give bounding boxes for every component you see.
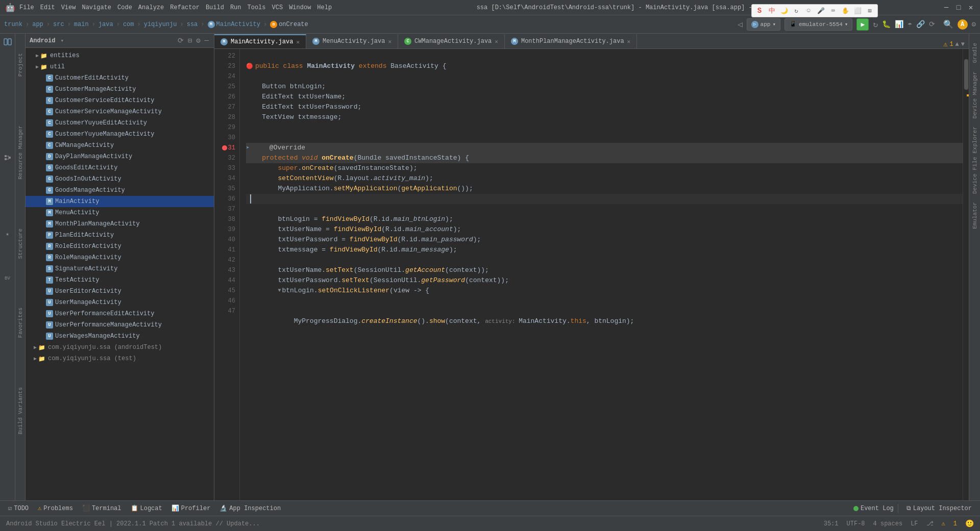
menu-help[interactable]: Help bbox=[317, 4, 332, 11]
problems-btn[interactable]: ⚠ Problems bbox=[34, 502, 77, 515]
run-button[interactable]: ▶ bbox=[856, 18, 869, 31]
tab-mainactivity[interactable]: M MainActivity.java ✕ bbox=[214, 34, 306, 48]
tree-item-testactivity[interactable]: T TestActivity bbox=[26, 274, 214, 286]
ime-moon-btn[interactable]: 🌙 bbox=[778, 6, 790, 16]
tree-item-customerservicemanageactivity[interactable]: C CustomerServiceManageActivity bbox=[26, 106, 214, 117]
tree-item-entities[interactable]: ▶ 📁 entities bbox=[26, 50, 214, 61]
tree-item-usereditoractivity[interactable]: U UserEditorActivity bbox=[26, 286, 214, 297]
tree-item-rolemanageactivity[interactable]: R RoleManageActivity bbox=[26, 252, 214, 263]
menu-analyze[interactable]: Analyze bbox=[138, 4, 164, 11]
build-variants-btn[interactable]: BV bbox=[2, 272, 14, 285]
event-log-btn[interactable]: Event Log bbox=[853, 505, 894, 512]
breadcrumb-trunk[interactable]: trunk bbox=[4, 21, 22, 28]
tree-item-planeditactivity[interactable]: P PlanEditActivity bbox=[26, 230, 214, 241]
coverage-btn[interactable]: ☂ bbox=[908, 20, 912, 29]
tab-close-cw[interactable]: ✕ bbox=[495, 38, 498, 45]
menu-build[interactable]: Build bbox=[206, 4, 224, 11]
breadcrumb-oncreate[interactable]: onCreate bbox=[279, 21, 308, 28]
tree-item-goodsinoutactivity[interactable]: G GoodsInOutActivity bbox=[26, 173, 214, 185]
ime-refresh-btn[interactable]: ↻ bbox=[791, 6, 802, 16]
build-variants-label[interactable]: Build Variants bbox=[17, 383, 23, 438]
nav-back-btn[interactable]: ◁ bbox=[738, 19, 743, 30]
terminal-btn[interactable]: ⬛ Terminal bbox=[78, 502, 126, 515]
menu-run[interactable]: Run bbox=[230, 4, 241, 11]
minimize-button[interactable]: ─ bbox=[942, 4, 950, 12]
ime-smiley-btn[interactable]: ☺ bbox=[803, 6, 814, 16]
tree-item-goodsmanageactivity[interactable]: G GoodsManageActivity bbox=[26, 185, 214, 196]
debug-btn[interactable]: 🐛 bbox=[882, 20, 891, 29]
tree-item-menuactivity[interactable]: M MenuActivity bbox=[26, 207, 214, 218]
profile-btn[interactable]: 📊 bbox=[895, 20, 903, 29]
tree-item-customereditactivity[interactable]: C CustomerEditActivity bbox=[26, 72, 214, 84]
tree-item-util[interactable]: ▶ 📁 util bbox=[26, 61, 214, 72]
ime-hand-btn[interactable]: ✋ bbox=[840, 6, 851, 16]
menu-refactor[interactable]: Refactor bbox=[170, 4, 200, 11]
tree-item-userwagesmanageactivity[interactable]: U UserWagesManageActivity bbox=[26, 331, 214, 342]
resource-manager-label[interactable]: Resource Manager bbox=[17, 121, 23, 184]
menu-vcs[interactable]: VCS bbox=[272, 4, 283, 11]
tab-close-menu[interactable]: ✕ bbox=[388, 38, 391, 45]
tree-item-dayplanmanageactivity[interactable]: D DayPlanManageActivity bbox=[26, 151, 214, 162]
tree-item-customeryuyuemanageactivity[interactable]: C CustomerYuyueManageActivity bbox=[26, 129, 214, 140]
warning-nav-down[interactable]: ▼ bbox=[961, 41, 965, 48]
menu-file[interactable]: File bbox=[19, 4, 34, 11]
ime-s-btn[interactable]: S bbox=[754, 6, 765, 16]
logcat-btn[interactable]: 📋 Logcat bbox=[127, 502, 166, 515]
tree-item-userperformancemanageactivity[interactable]: U UserPerformanceManageActivity bbox=[26, 319, 214, 331]
breadcrumb-ssa[interactable]: ssa bbox=[187, 21, 198, 28]
settings-btn[interactable]: ⚙ bbox=[972, 20, 976, 29]
vertical-scrollbar[interactable] bbox=[963, 49, 969, 500]
tree-item-roleeditoractivity[interactable]: R RoleEditorActivity bbox=[26, 241, 214, 252]
tab-close-month[interactable]: ✕ bbox=[627, 38, 631, 45]
breadcrumb-src[interactable]: src bbox=[53, 21, 64, 28]
ime-mic-btn[interactable]: 🎤 bbox=[815, 6, 826, 16]
emulator-panel-btn[interactable]: Emulator bbox=[970, 198, 980, 233]
tab-menuactivity[interactable]: M MenuActivity.java ✕ bbox=[306, 34, 398, 48]
sync-btn[interactable]: ↻ bbox=[873, 19, 878, 30]
structure-label[interactable]: Structure bbox=[17, 224, 23, 263]
ime-keyboard-btn[interactable]: ⌨ bbox=[827, 6, 839, 16]
ime-grid-btn[interactable]: ⊞ bbox=[864, 6, 875, 16]
tree-item-customerserviceeditactivity[interactable]: C CustomerServiceEditActivity bbox=[26, 95, 214, 106]
collapse-all-btn[interactable]: ⊟ bbox=[187, 36, 193, 45]
breadcrumb-main[interactable]: main bbox=[74, 21, 89, 28]
gradle-sync-btn[interactable]: ⟳ bbox=[929, 20, 935, 29]
attach-btn[interactable]: 🔗 bbox=[916, 20, 925, 29]
gradle-panel-btn[interactable]: Gradle bbox=[970, 39, 980, 67]
search-everywhere-btn[interactable]: 🔍 bbox=[943, 19, 953, 30]
favorites-label[interactable]: Favorites bbox=[17, 304, 23, 342]
breadcrumb-yiqiyunju[interactable]: yiqiyunju bbox=[144, 21, 177, 28]
tree-item-usermanageactivity[interactable]: U UserManageActivity bbox=[26, 297, 214, 308]
tree-item-userperformanceeditactivity[interactable]: U UserPerformanceEditActivity bbox=[26, 308, 214, 319]
scrollbar-thumb[interactable] bbox=[964, 59, 968, 90]
breadcrumb-mainactivity[interactable]: MainActivity bbox=[216, 21, 260, 28]
todo-btn[interactable]: ☑ TODO bbox=[4, 502, 33, 515]
tree-item-cwmanageactivity[interactable]: C CWManageActivity bbox=[26, 140, 214, 151]
layout-inspector-btn[interactable]: ⧉ Layout Inspector bbox=[902, 502, 976, 515]
tree-item-mainactivity[interactable]: M MainActivity bbox=[26, 196, 214, 207]
warning-nav-up[interactable]: ▲ bbox=[955, 41, 959, 48]
tab-monthplanmanageactivity[interactable]: M MonthPlanManageActivity.java ✕ bbox=[505, 34, 637, 48]
close-panel-btn[interactable]: — bbox=[204, 36, 210, 45]
android-dropdown-arrow[interactable]: ▾ bbox=[60, 37, 64, 44]
run-config-dropdown[interactable]: ▷ app ▾ bbox=[747, 18, 780, 31]
menu-edit[interactable]: Edit bbox=[40, 4, 55, 11]
menu-view[interactable]: View bbox=[61, 4, 76, 11]
structure-btn[interactable] bbox=[2, 152, 14, 164]
breadcrumb-java[interactable]: java bbox=[99, 21, 113, 28]
tree-item-monthplanmanageactivity[interactable]: M MonthPlanManageActivity bbox=[26, 218, 214, 230]
app-inspection-btn[interactable]: 🔬 App Inspection bbox=[215, 502, 285, 515]
panel-settings-btn[interactable]: ⚙ bbox=[195, 36, 201, 45]
tree-item-test[interactable]: ▶ 📁 com.yiqiyunju.ssa (test) bbox=[26, 353, 214, 364]
close-button[interactable]: ✕ bbox=[967, 4, 975, 12]
tree-item-androidtest[interactable]: ▶ 📁 com.yiqiyunju.ssa (androidTest) bbox=[26, 342, 214, 353]
user-avatar[interactable]: A bbox=[958, 19, 968, 30]
menu-code[interactable]: Code bbox=[117, 4, 132, 11]
breadcrumb-com[interactable]: com bbox=[123, 21, 134, 28]
device-manager-panel-btn[interactable]: Device Manager bbox=[970, 67, 980, 122]
profiler-btn[interactable]: 📊 Profiler bbox=[167, 502, 215, 515]
tree-item-customermanageactivity[interactable]: C CustomerManageActivity bbox=[26, 84, 214, 95]
tree-item-signatureactivity[interactable]: S SignatureActivity bbox=[26, 263, 214, 274]
project-panel-btn[interactable] bbox=[2, 36, 14, 48]
ime-translate-btn[interactable]: ⬜ bbox=[852, 6, 863, 16]
